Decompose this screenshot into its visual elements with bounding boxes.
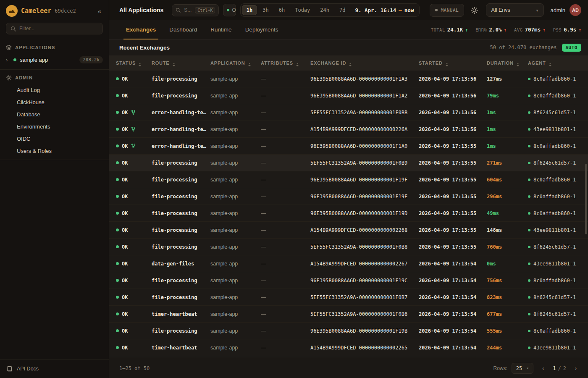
column-label: ATTRIBUTES: [261, 60, 293, 66]
agent-status-dot: [528, 94, 530, 97]
status-label: OK: [122, 143, 128, 149]
auto-refresh-badge[interactable]: AUTO: [562, 44, 582, 52]
table-row[interactable]: OKdata-gen-filessample-app—A154B9A999DFC…: [109, 255, 588, 272]
agent-id: 8f6245c61d57-1: [533, 160, 576, 166]
exchange-id-cell: 5EF55FC31352A9A-000000000001F0BB: [310, 110, 419, 116]
column-header-exchange-id[interactable]: EXCHANGE ID: [310, 60, 419, 66]
column-header-status[interactable]: STATUS: [116, 60, 152, 66]
live-toggle[interactable]: O: [223, 4, 236, 16]
time-range-3h[interactable]: 3h: [258, 5, 273, 15]
sidebar-item-database[interactable]: Database: [0, 108, 109, 121]
table-row[interactable]: OKerror-handling-testsample-app—96E395B0…: [109, 138, 588, 155]
fork-icon: [131, 110, 136, 115]
time-range-container: 1h3h6hToday24h7d 9. Apr. 16:14 — now: [240, 3, 420, 17]
sidebar-item-clickhouse[interactable]: ClickHouse: [0, 96, 109, 108]
sidebar-item-audit-log[interactable]: Audit Log: [0, 84, 109, 96]
agent-cell: 8f6245c61d57-1: [528, 160, 588, 166]
status-cell: OK: [116, 126, 152, 132]
table-row[interactable]: OKfile-processingsample-app—5EF55FC31352…: [109, 239, 588, 255]
application-cell: sample-app: [210, 126, 261, 132]
started-cell: 2026-04-09 17:13:55: [419, 227, 487, 233]
table-row[interactable]: OKfile-processingsample-app—5EF55FC31352…: [109, 289, 588, 306]
table-row[interactable]: OKerror-handling-testsample-app—5EF55FC3…: [109, 104, 588, 121]
column-header-started[interactable]: STARTED: [419, 60, 487, 66]
exchange-id-cell: 5EF55FC31352A9A-000000000001F0B7: [310, 294, 419, 300]
agent-cell: 8c0affadb860-1: [528, 76, 588, 82]
status-cell: OK: [116, 194, 152, 200]
agent-id: 8c0affadb860-1: [533, 210, 576, 216]
status-ok-dot: [116, 346, 119, 349]
time-range-24h[interactable]: 24h: [315, 5, 334, 15]
duration-cell: 677ms: [487, 311, 528, 317]
table-row[interactable]: OKfile-processingsample-app—96E395B0088A…: [109, 272, 588, 289]
route-cell: file-processing: [152, 76, 210, 82]
attributes-cell: —: [261, 143, 310, 149]
route-cell: file-processing: [152, 278, 210, 284]
time-range-today[interactable]: Today: [290, 5, 315, 15]
tab-exchanges[interactable]: Exchanges: [119, 20, 163, 39]
table-row[interactable]: OKfile-processingsample-app—A154B9A999DF…: [109, 222, 588, 239]
avatar[interactable]: AD: [570, 4, 581, 16]
table-row[interactable]: OKtimer-heartbeatsample-app—A154B9A999DF…: [109, 339, 588, 356]
exchange-count-summary: 50 of 24.070 exchanges: [490, 45, 557, 50]
started-cell: 2026-04-09 17:13:54: [419, 345, 487, 351]
next-page-button[interactable]: ›: [570, 363, 581, 374]
table-row[interactable]: OKfile-processingsample-app—96E395B0088A…: [109, 71, 588, 87]
time-range-6h[interactable]: 6h: [274, 5, 289, 15]
agent-id: 8c0affadb860-1: [533, 177, 576, 183]
column-header-route[interactable]: ROUTE: [152, 60, 210, 66]
sidebar-item-api-docs[interactable]: API Docs: [0, 359, 109, 378]
application-cell: sample-app: [210, 227, 261, 233]
started-cell: 2026-04-09 17:13:54: [419, 311, 487, 317]
env-select[interactable]: All Envs ▾: [486, 3, 544, 17]
theme-toggle-button[interactable]: [471, 4, 478, 16]
prev-page-button[interactable]: ‹: [538, 363, 549, 374]
date-range[interactable]: 9. Apr. 16:14 — now: [351, 7, 418, 13]
application-cell: sample-app: [210, 294, 261, 300]
time-range-1h[interactable]: 1h: [242, 5, 257, 15]
agent-status-dot: [528, 78, 530, 80]
rows-per-page-value: 25: [516, 365, 522, 371]
sidebar-collapse-button[interactable]: «: [96, 7, 103, 16]
sidebar-filter-input[interactable]: [19, 26, 98, 32]
started-cell: 2026-04-09 17:13:55: [419, 210, 487, 216]
table-row[interactable]: OKerror-handling-testsample-app—A154B9A9…: [109, 121, 588, 138]
table-row[interactable]: OKtimer-heartbeatsample-app—5EF55FC31352…: [109, 306, 588, 323]
table-row[interactable]: OKfile-processingsample-app—96E395B0088A…: [109, 323, 588, 339]
agent-status-dot: [528, 178, 530, 181]
exchange-id-cell: A154B9A999DFCED-0000000000002265: [310, 345, 419, 351]
column-header-attributes[interactable]: ATTRIBUTES: [261, 60, 310, 66]
column-header-agent[interactable]: AGENT: [528, 60, 588, 66]
started-cell: 2026-04-09 17:13:55: [419, 160, 487, 166]
agent-status-dot: [528, 313, 530, 315]
global-search[interactable]: S... Ctrl+K: [172, 4, 219, 16]
sidebar-filter[interactable]: [6, 23, 103, 34]
table-row[interactable]: OKfile-processingsample-app—96E395B0088A…: [109, 188, 588, 205]
table-row[interactable]: OKfile-processingsample-app—5EF55FC31352…: [109, 155, 588, 171]
table-row[interactable]: OKfile-processingsample-app—96E395B0088A…: [109, 171, 588, 188]
status-ok-dot: [116, 144, 119, 147]
table-row[interactable]: OKfile-processingsample-app—96E395B0088A…: [109, 87, 588, 104]
sort-icon: [172, 60, 175, 66]
sidebar-item-sample-app[interactable]: › sample app 208.2k: [0, 54, 109, 67]
tab-dashboard[interactable]: Dashboard: [163, 20, 204, 39]
agent-id: 43ee9811b801-1: [533, 261, 576, 267]
tab-runtime[interactable]: Runtime: [204, 20, 238, 39]
status-ok-dot: [116, 212, 119, 215]
manual-refresh-button[interactable]: MANUAL: [430, 4, 464, 17]
table-row[interactable]: OKfile-processingsample-app—96E395B0088A…: [109, 205, 588, 222]
sidebar-item-oidc[interactable]: OIDC: [0, 133, 109, 145]
rows-per-page-select[interactable]: 25 ▾: [512, 363, 533, 374]
sidebar-item-environments[interactable]: Environments: [0, 121, 109, 133]
route-cell: timer-heartbeat: [152, 311, 210, 317]
exchange-id-cell: 96E395B0088AA6D-000000000001F19D: [310, 210, 419, 216]
time-range-7d[interactable]: 7d: [335, 5, 350, 15]
agent-cell: 8f6245c61d57-1: [528, 311, 588, 317]
status-ok-dot: [116, 279, 119, 282]
scrollbar-thumb[interactable]: [585, 164, 587, 234]
column-header-duration[interactable]: DURATION: [487, 60, 528, 66]
sidebar-item-users-roles[interactable]: Users & Roles: [0, 145, 109, 157]
column-header-application[interactable]: APPLICATION: [210, 60, 261, 66]
tab-deployments[interactable]: Deployments: [239, 20, 285, 39]
stat-label: ERR%: [475, 27, 487, 32]
